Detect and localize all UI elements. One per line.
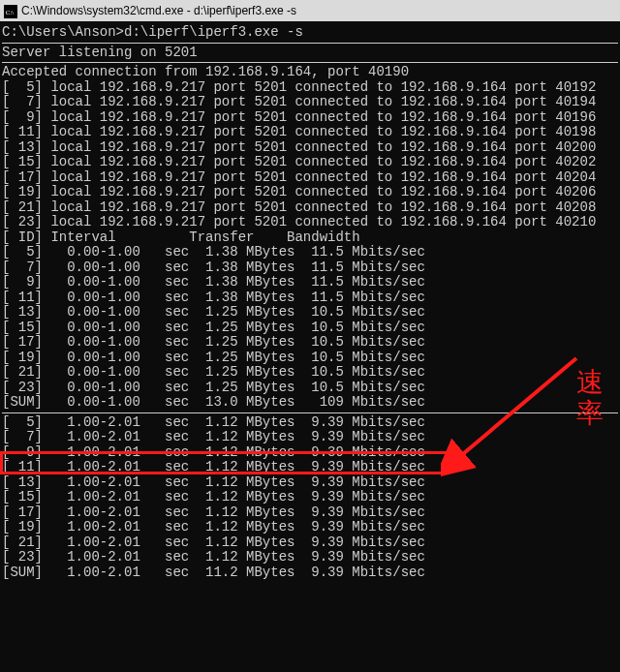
- data-row: [ 9] 0.00-1.00 sec 1.38 MBytes 11.5 Mbit…: [2, 275, 618, 290]
- connection-line: [ 11] local 192.168.9.217 port 5201 conn…: [2, 125, 618, 140]
- data-row: [ 13] 1.00-2.01 sec 1.12 MBytes 9.39 Mbi…: [2, 475, 618, 491]
- svg-text:C:\: C:\: [6, 9, 15, 16]
- connection-line: [ 23] local 192.168.9.217 port 5201 conn…: [2, 215, 618, 230]
- data-row: [ 15] 0.00-1.00 sec 1.25 MBytes 10.5 Mbi…: [2, 321, 618, 336]
- data-row: [ 23] 0.00-1.00 sec 1.25 MBytes 10.5 Mbi…: [2, 381, 618, 396]
- connection-line: [ 5] local 192.168.9.217 port 5201 conne…: [2, 80, 618, 96]
- data-row: [ 17] 1.00-2.01 sec 1.12 MBytes 9.39 Mbi…: [2, 505, 618, 521]
- data-row: [ 13] 0.00-1.00 sec 1.25 MBytes 10.5 Mbi…: [2, 305, 618, 321]
- data-row: [ 11] 0.00-1.00 sec 1.38 MBytes 11.5 Mbi…: [2, 290, 618, 306]
- data-row: [ 19] 0.00-1.00 sec 1.25 MBytes 10.5 Mbi…: [2, 351, 618, 366]
- connection-line: [ 15] local 192.168.9.217 port 5201 conn…: [2, 155, 618, 170]
- summary-row: [SUM] 0.00-1.00 sec 13.0 MBytes 109 Mbit…: [2, 395, 618, 411]
- prompt-line: C:\Users\Anson>d:\iperf\iperf3.exe -s: [2, 25, 618, 41]
- terminal-output[interactable]: C:\Users\Anson>d:\iperf\iperf3.exe -s Se…: [0, 21, 620, 584]
- connection-line: [ 9] local 192.168.9.217 port 5201 conne…: [2, 110, 618, 126]
- divider: [2, 412, 618, 413]
- data-row: [ 7] 1.00-2.01 sec 1.12 MBytes 9.39 Mbit…: [2, 430, 618, 445]
- data-row: [ 17] 0.00-1.00 sec 1.25 MBytes 10.5 Mbi…: [2, 335, 618, 351]
- accepted-connection: Accepted connection from 192.168.9.164, …: [2, 65, 618, 80]
- cmd-icon: C:\: [4, 4, 17, 17]
- table-header: [ ID] Interval Transfer Bandwidth: [2, 230, 618, 246]
- summary-row: [SUM] 1.00-2.01 sec 11.2 MBytes 9.39 Mbi…: [2, 565, 618, 581]
- data-row: [ 21] 1.00-2.01 sec 1.12 MBytes 9.39 Mbi…: [2, 535, 618, 551]
- data-row: [ 5] 0.00-1.00 sec 1.38 MBytes 11.5 Mbit…: [2, 245, 618, 260]
- divider: [2, 62, 618, 63]
- connection-line: [ 7] local 192.168.9.217 port 5201 conne…: [2, 95, 618, 110]
- data-row: [ 7] 0.00-1.00 sec 1.38 MBytes 11.5 Mbit…: [2, 260, 618, 276]
- connection-line: [ 21] local 192.168.9.217 port 5201 conn…: [2, 200, 618, 216]
- connection-line: [ 19] local 192.168.9.217 port 5201 conn…: [2, 185, 618, 200]
- connection-line: [ 13] local 192.168.9.217 port 5201 conn…: [2, 140, 618, 156]
- data-row: [ 19] 1.00-2.01 sec 1.12 MBytes 9.39 Mbi…: [2, 520, 618, 535]
- data-row: [ 23] 1.00-2.01 sec 1.12 MBytes 9.39 Mbi…: [2, 550, 618, 565]
- connection-line: [ 17] local 192.168.9.217 port 5201 conn…: [2, 170, 618, 186]
- data-row: [ 11] 1.00-2.01 sec 1.12 MBytes 9.39 Mbi…: [2, 460, 618, 475]
- data-row: [ 5] 1.00-2.01 sec 1.12 MBytes 9.39 Mbit…: [2, 415, 618, 431]
- window-title-bar[interactable]: C:\ C:\Windows\system32\cmd.exe - d:\ipe…: [0, 0, 620, 21]
- window-title: C:\Windows\system32\cmd.exe - d:\iperf\i…: [21, 0, 296, 21]
- data-row: [ 21] 0.00-1.00 sec 1.25 MBytes 10.5 Mbi…: [2, 365, 618, 381]
- divider: [2, 43, 618, 44]
- data-row: [ 9] 1.00-2.01 sec 1.12 MBytes 9.39 Mbit…: [2, 445, 618, 461]
- server-listen: Server listening on 5201: [2, 46, 618, 61]
- data-row: [ 15] 1.00-2.01 sec 1.12 MBytes 9.39 Mbi…: [2, 490, 618, 505]
